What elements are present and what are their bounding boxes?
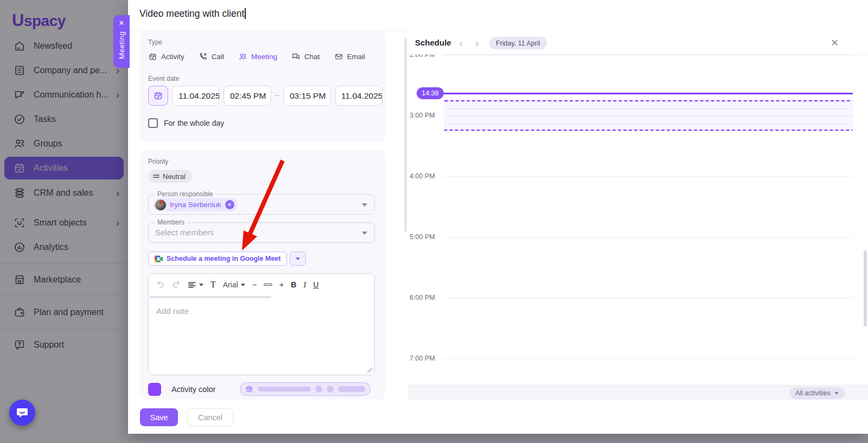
text-color-label: T <box>210 280 216 290</box>
type-option-activity[interactable]: Activity <box>148 52 184 61</box>
person-responsible-field[interactable]: Person responsible Iryna Serbeniuk ✕ <box>148 194 375 215</box>
preview-skeleton-dot <box>315 386 322 393</box>
type-option-label: Call <box>212 53 224 61</box>
plus-icon: + <box>279 280 284 289</box>
whole-day-row[interactable]: For the whole day <box>148 118 224 128</box>
current-time-badge: 14:38 <box>417 87 444 99</box>
chevron-down-icon[interactable] <box>362 232 367 235</box>
calendar-picker-button[interactable] <box>148 86 168 106</box>
activity-color-preview <box>240 382 371 396</box>
resize-handle[interactable] <box>367 368 372 373</box>
close-icon[interactable]: ✕ <box>113 19 130 27</box>
activity-color-row: Activity color <box>148 382 371 396</box>
current-time-line <box>444 93 853 94</box>
hour-gridline <box>444 237 853 237</box>
redo-icon[interactable] <box>172 280 181 289</box>
meeting-icon <box>238 52 247 61</box>
hour-gridline <box>444 176 853 177</box>
priority-chip[interactable]: Neutral <box>148 170 192 183</box>
font-size-decrease-button[interactable]: − <box>252 280 257 289</box>
calendar-icon <box>245 385 253 393</box>
members-placeholder[interactable]: Select members <box>155 228 214 237</box>
google-meet-icon <box>155 255 163 262</box>
type-option-label: Meeting <box>251 53 277 61</box>
date-badge[interactable]: Friday, 11 April <box>489 37 547 49</box>
close-schedule-icon[interactable]: ✕ <box>831 37 839 49</box>
note-input[interactable]: Add note <box>149 299 374 375</box>
type-option-chat[interactable]: Chat <box>291 52 320 61</box>
members-label: Members <box>155 219 187 226</box>
schedule-timeline: 2:00 PM 3:00 PM 4:00 PM 5:00 PM 6:00 PM … <box>408 0 868 385</box>
chevron-down-icon <box>199 284 203 286</box>
avatar <box>155 200 166 210</box>
chevron-down-icon <box>296 258 300 260</box>
time-label: 5:00 PM <box>410 233 442 241</box>
planned-event-block[interactable] <box>444 100 853 131</box>
prev-day-button[interactable]: ‹ <box>459 36 463 49</box>
activity-title-text: Video meeting with client <box>139 8 244 19</box>
quarter-gridline <box>444 108 853 109</box>
text-color-button[interactable]: T <box>210 280 216 290</box>
preview-skeleton-bar <box>258 387 311 391</box>
toolbar-scrollbar[interactable] <box>150 296 271 298</box>
hour-gridline <box>444 298 853 298</box>
remove-person-icon[interactable]: ✕ <box>225 200 234 209</box>
text-cursor <box>245 8 246 19</box>
type-date-panel: Type Activity Call Meeting Chat <box>140 31 385 142</box>
google-meet-dropdown-button[interactable] <box>290 252 306 266</box>
type-option-call[interactable]: Call <box>199 52 224 61</box>
type-option-label: Activity <box>161 53 184 61</box>
undo-icon[interactable] <box>156 280 165 289</box>
person-chip: Iryna Serbeniuk ✕ <box>154 198 238 211</box>
chat-launcher-button[interactable] <box>9 400 35 426</box>
font-size-value[interactable] <box>264 284 272 286</box>
form-scrollbar[interactable] <box>404 38 407 232</box>
editor-toolbar: T Arial − + B I U <box>149 274 374 296</box>
chat-icon <box>291 52 301 61</box>
window-scrollbar[interactable] <box>864 251 867 326</box>
google-meet-button-label: Schedule a meeting in Google Meet <box>167 255 280 262</box>
font-size-increase-button[interactable]: + <box>279 280 284 289</box>
activity-icon <box>148 52 157 61</box>
underline-button[interactable]: U <box>313 280 318 289</box>
schedule-title: Schedule <box>415 38 451 47</box>
schedule-panel: 2:00 PM 3:00 PM 4:00 PM 5:00 PM 6:00 PM … <box>408 0 868 434</box>
members-field[interactable]: Members Select members <box>148 222 375 243</box>
minus-icon: − <box>252 280 257 289</box>
priority-neutral-icon <box>153 173 159 179</box>
save-button[interactable]: Save <box>140 408 178 426</box>
type-option-label: Chat <box>304 53 320 61</box>
type-option-email[interactable]: Email <box>334 52 366 61</box>
italic-button[interactable]: I <box>303 280 306 290</box>
start-time-field[interactable]: 02:45 PM <box>224 86 271 106</box>
details-panel: Priority Neutral Person responsible Iryn… <box>140 150 385 400</box>
filter-label: All activities <box>795 389 831 397</box>
google-meet-row: Schedule a meeting in Google Meet <box>148 252 306 266</box>
type-option-meeting[interactable]: Meeting <box>238 52 277 61</box>
next-day-button[interactable]: › <box>475 36 479 49</box>
priority-value: Neutral <box>163 172 186 181</box>
align-button[interactable] <box>188 280 203 289</box>
person-name: Iryna Serbeniuk <box>170 201 221 209</box>
preview-skeleton-bar <box>338 386 366 392</box>
end-date-field[interactable]: 11.04.2025 <box>335 86 382 106</box>
note-placeholder: Add note <box>156 306 189 316</box>
whole-day-checkbox[interactable] <box>148 118 158 128</box>
email-icon <box>334 52 343 61</box>
chevron-down-icon[interactable] <box>362 203 367 207</box>
quarter-gridline <box>444 124 853 124</box>
note-editor: T Arial − + B I U Add note <box>148 273 375 375</box>
type-option-label: Email <box>347 53 366 61</box>
activity-modal: Video meeting with client Type Activity … <box>128 0 868 434</box>
time-label: 7:00 PM <box>410 355 442 362</box>
end-time-field[interactable]: 03:15 PM <box>283 86 331 106</box>
start-date-field[interactable]: 11.04.2025 <box>172 86 220 106</box>
google-meet-button[interactable]: Schedule a meeting in Google Meet <box>148 252 287 266</box>
meeting-side-tab[interactable]: ✕ Meeting <box>113 15 130 68</box>
bold-button[interactable]: B <box>291 280 296 289</box>
activities-filter-dropdown[interactable]: All activities <box>789 387 845 399</box>
activity-color-swatch[interactable] <box>148 383 161 396</box>
cancel-button[interactable]: Cancel <box>187 408 233 426</box>
font-family-select[interactable]: Arial <box>223 280 245 289</box>
activity-title-input[interactable]: Video meeting with client <box>139 8 246 20</box>
